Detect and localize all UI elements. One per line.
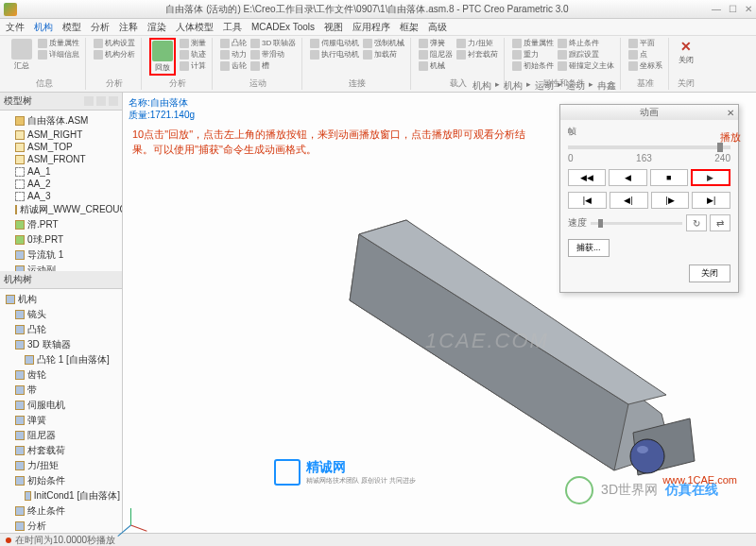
menu-analysis[interactable]: 分析: [91, 21, 110, 34]
tree-node[interactable]: 0球.PRT: [2, 232, 120, 247]
tree-node[interactable]: 伺服电机: [2, 398, 120, 413]
tree-node[interactable]: 滑.PRT: [2, 217, 120, 232]
tree-node[interactable]: 3D 联轴器: [2, 337, 120, 352]
tree-tool-icon[interactable]: [84, 96, 94, 106]
tree-node[interactable]: 村套载荷: [2, 443, 120, 458]
menu-model[interactable]: 模型: [62, 21, 81, 34]
menu-manikin[interactable]: 人体模型: [176, 21, 214, 34]
tree-tool-icon[interactable]: [96, 96, 106, 106]
tree-node[interactable]: 带: [2, 383, 120, 398]
statusbar: 在时间为10.0000秒播放: [0, 533, 756, 546]
measure-item[interactable]: 测量: [180, 38, 206, 48]
tree-node[interactable]: 凸轮 1 [自由落体]: [2, 352, 120, 367]
tree-node[interactable]: 齿轮: [2, 367, 120, 383]
tree-node[interactable]: ASM_FRONT: [2, 153, 120, 165]
ribbon-group-datum: 平面 点 坐标系 基准: [623, 38, 669, 90]
calc-item[interactable]: 计算: [180, 60, 206, 71]
loop-button[interactable]: ↻: [686, 214, 707, 231]
ribbon-group-analysis1: 机构设置 机构分析 分析: [88, 38, 142, 90]
ribbon: 汇总 质量属性 详细信息 信息 机构设置 机构分析 分析 回放 测量 轨迹 计算…: [0, 36, 756, 93]
menu-annotate[interactable]: 注释: [119, 21, 138, 34]
tree-node[interactable]: 镜头: [2, 307, 120, 322]
menu-apps[interactable]: 应用程序: [352, 21, 390, 34]
tree-node[interactable]: 机构: [2, 292, 120, 307]
summary-button[interactable]: 汇总: [9, 38, 34, 72]
capture-button[interactable]: 捕获...: [568, 239, 610, 257]
model-tree[interactable]: 自由落体.ASMASM_RIGHTASM_TOPASM_FRONTAA_1AA_…: [0, 111, 122, 271]
titlebar: 自由落体 (活动的) E:\Creo工作目录\工作文件\0907\1\自由落体.…: [0, 0, 756, 19]
capture-row: 捕获...: [568, 239, 730, 257]
menu-advanced[interactable]: 高级: [428, 21, 447, 34]
model-tree-header: 模型树: [0, 93, 122, 111]
mass-props-item[interactable]: 质量属性: [38, 38, 79, 48]
tree-node[interactable]: 自由落体.ASM: [2, 113, 120, 128]
tree-node[interactable]: 阻尼器: [2, 428, 120, 443]
minimize-icon[interactable]: —: [712, 4, 721, 14]
animation-close-button[interactable]: 关闭: [689, 264, 730, 282]
menu-mechanism[interactable]: 机构: [34, 21, 53, 34]
graphics-canvas[interactable]: 机构▸机构▸运动▸运动▸冉鑫 名称:自由落体 质量:1721.140g 10点击…: [123, 93, 756, 533]
ribbon-group-info: 汇总 质量属性 详细信息 信息: [4, 38, 86, 90]
tree-node[interactable]: AA_2: [2, 178, 120, 190]
maximize-icon[interactable]: ☐: [729, 4, 737, 14]
tree-node[interactable]: AA_3: [2, 190, 120, 202]
menu-tools[interactable]: 工具: [223, 21, 242, 34]
tree-node[interactable]: 导流轨 1: [2, 247, 120, 263]
menubar: 文件 机构 模型 分析 注释 渲染 人体模型 工具 MCADEx Tools 视…: [0, 19, 756, 36]
first-button[interactable]: |◀: [568, 192, 607, 209]
tree-node[interactable]: ASM_RIGHT: [2, 128, 120, 141]
tree-node[interactable]: 分析: [2, 519, 120, 533]
mech-analysis-item[interactable]: 机构分析: [94, 49, 135, 60]
window-controls: — ☐ ✕: [712, 4, 752, 14]
playback-controls: ◀◀ ◀ ■ ▶: [568, 169, 730, 186]
tree-node[interactable]: InitCond1 [自由落体]: [2, 488, 120, 503]
tree-node[interactable]: 弹簧: [2, 413, 120, 428]
stepfwd-button[interactable]: |▶: [651, 192, 690, 209]
jingcheng-icon: [274, 459, 301, 486]
menu-file[interactable]: 文件: [6, 21, 25, 34]
orientation-triad-icon: [130, 497, 159, 525]
tree-node[interactable]: 终止条件: [2, 503, 120, 519]
animation-window-title[interactable]: 动画 ✕: [560, 105, 738, 120]
trace-item[interactable]: 轨迹: [180, 49, 206, 60]
menu-view[interactable]: 视图: [324, 21, 343, 34]
playback-button[interactable]: 回放: [149, 38, 176, 76]
tree-tool-icon[interactable]: [109, 96, 118, 106]
close-button[interactable]: ✕关闭: [677, 38, 696, 66]
last-button[interactable]: ▶|: [692, 192, 730, 209]
close-icon[interactable]: ✕: [745, 4, 752, 14]
menu-frame[interactable]: 框架: [400, 21, 419, 34]
mech-tree-header: 机构树: [0, 271, 122, 289]
menu-mcadex[interactable]: MCADEx Tools: [251, 22, 315, 32]
animation-close-icon[interactable]: ✕: [727, 108, 734, 118]
ribbon-group-close: ✕关闭 关闭: [671, 38, 701, 90]
rewind-button[interactable]: ◀◀: [568, 169, 606, 186]
app-logo-icon: [4, 3, 17, 16]
tree-node[interactable]: 凸轮: [2, 322, 120, 337]
frame-slider[interactable]: [568, 145, 730, 149]
tree-node[interactable]: 精诚网_WWW_CREOUG_COM: [2, 202, 120, 217]
mech-setup-item[interactable]: 机构设置: [94, 38, 135, 48]
tree-node[interactable]: ASM_TOP: [2, 141, 120, 153]
animation-window: 动画 ✕ 帧 0163240 ◀◀ ◀ ■ ▶ |◀ ◀| |▶: [559, 104, 739, 293]
prev-button[interactable]: ◀: [609, 169, 646, 186]
play-button[interactable]: ▶: [691, 169, 730, 186]
tree-node[interactable]: 初始条件: [2, 473, 120, 488]
speed-slider[interactable]: [591, 222, 682, 225]
ribbon-group-connect: 伺服电动机 执行电动机 强制机械 加载荷 连接: [304, 38, 411, 90]
tree-node[interactable]: 力/扭矩: [2, 458, 120, 473]
menu-render[interactable]: 渲染: [147, 21, 166, 34]
tree-node[interactable]: AA_1: [2, 165, 120, 178]
details-item[interactable]: 详细信息: [38, 49, 79, 60]
play-callout: 播放: [720, 130, 741, 145]
mechanism-tree[interactable]: 机构镜头凸轮3D 联轴器凸轮 1 [自由落体]齿轮带伺服电机弹簧阻尼器村套载荷力…: [0, 289, 122, 533]
bounce-button[interactable]: ⇄: [710, 214, 730, 231]
svg-point-4: [630, 439, 664, 473]
window-title: 自由落体 (活动的) E:\Creo工作目录\工作文件\0907\1\自由落体.…: [23, 3, 712, 16]
stepback-button[interactable]: ◀|: [610, 192, 648, 209]
model-info: 名称:自由落体 质量:1721.140g: [129, 96, 195, 121]
tree-node[interactable]: 运动副: [2, 263, 120, 271]
stop-button[interactable]: ■: [650, 169, 688, 186]
instruction-text: 10点击"回放"，点击左上角的播放按钮，来到动画播放窗口，点击播放即可观看分析结…: [132, 127, 529, 157]
frame-ticks: 0163240: [568, 153, 730, 163]
